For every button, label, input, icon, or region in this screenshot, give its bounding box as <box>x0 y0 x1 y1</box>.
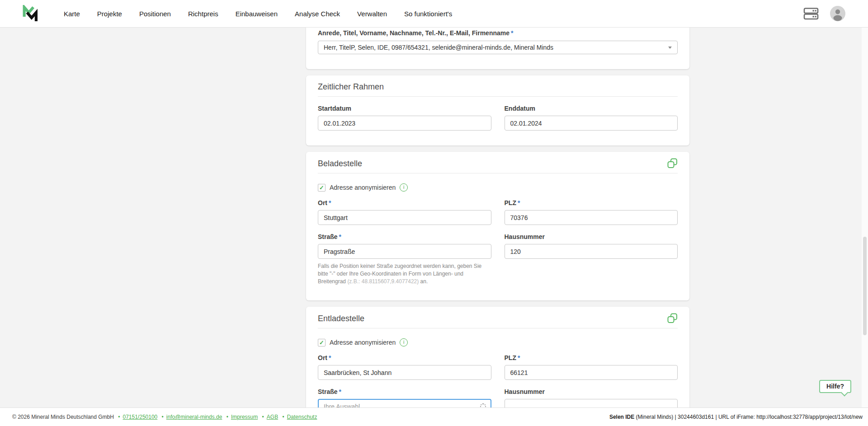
hausnummer-label: Hausnummer <box>505 388 678 395</box>
entladestelle-title: Entladestelle <box>318 314 364 323</box>
anonymize-checkbox[interactable]: ✓ <box>318 339 326 346</box>
required-asterisk: * <box>329 199 331 206</box>
required-asterisk: * <box>339 233 341 240</box>
timeframe-card: Zeitlicher Rahmen Startdatum Enddatum <box>306 75 689 145</box>
startdatum-input[interactable] <box>318 116 491 131</box>
footer-link-datenschutz[interactable]: Datenschutz <box>287 414 317 420</box>
ort-label: Ort* <box>318 354 491 361</box>
footer-link-phone[interactable]: 07151/250100 <box>123 414 158 420</box>
footer-link-impressum[interactable]: Impressum <box>231 414 258 420</box>
entladestelle-card: Entladestelle ✓ Adresse anonymisieren i … <box>306 307 689 407</box>
required-asterisk: * <box>518 354 520 361</box>
geo-hint-text: Falls die Position keiner Straße zugeord… <box>318 262 491 286</box>
required-asterisk: * <box>511 29 513 37</box>
plz-label: PLZ* <box>505 354 678 361</box>
enddatum-label: Enddatum <box>505 105 678 112</box>
hausnummer-label: Hausnummer <box>505 233 678 240</box>
scrollbar-thumb[interactable] <box>863 237 867 336</box>
beladestelle-hausnummer-input[interactable] <box>505 244 678 259</box>
footer-link-email[interactable]: info@mineral-minds.de <box>166 414 222 420</box>
required-asterisk: * <box>518 199 520 206</box>
nav-item-analyse-check[interactable]: Analyse Check <box>295 10 340 18</box>
info-icon[interactable]: i <box>400 338 408 346</box>
nav-item-positionen[interactable]: Positionen <box>139 10 171 18</box>
strasse-label: Straße* <box>318 388 491 395</box>
nav-item-richtpreis[interactable]: Richtpreis <box>188 10 218 18</box>
page-footer: © 2026 Mineral Minds Deutschland GmbH •0… <box>0 407 868 426</box>
required-asterisk: * <box>339 388 341 395</box>
footer-debug-info: Selen IDE (Mineral Minds) | 30244603d161… <box>609 414 863 420</box>
vertical-scrollbar[interactable] <box>862 28 868 407</box>
form-scroll-area: Anrede, Titel, Vorname, Nachname, Tel.-N… <box>0 28 868 407</box>
nav-item-verwalten[interactable]: Verwalten <box>357 10 387 18</box>
strasse-label: Straße* <box>318 233 491 240</box>
beladestelle-title: Beladestelle <box>318 159 362 169</box>
entladestelle-plz-input[interactable] <box>505 365 678 380</box>
main-menu: Karte Projekte Positionen Richtpreis Ein… <box>64 10 452 18</box>
anonymize-label: Adresse anonymisieren <box>330 339 396 346</box>
beladestelle-ort-input[interactable] <box>318 210 491 225</box>
enddatum-input[interactable] <box>505 116 678 131</box>
copy-icon[interactable] <box>667 158 678 169</box>
nav-item-so-funktionierts[interactable]: So funktioniert's <box>404 10 452 18</box>
ort-label: Ort* <box>318 199 491 206</box>
entladestelle-hausnummer-input[interactable] <box>505 399 678 407</box>
section-divider <box>318 173 678 173</box>
timeframe-title: Zeitlicher Rahmen <box>318 82 384 92</box>
nav-item-projekte[interactable]: Projekte <box>97 10 122 18</box>
mineral-minds-logo-icon[interactable] <box>22 5 38 22</box>
help-button[interactable]: Hilfe? <box>819 380 851 393</box>
entladestelle-strasse-input[interactable] <box>318 399 491 407</box>
footer-legal: © 2026 Mineral Minds Deutschland GmbH •0… <box>12 414 317 420</box>
entladestelle-ort-input[interactable] <box>318 365 491 380</box>
beladestelle-plz-input[interactable] <box>505 210 678 225</box>
anonymize-label: Adresse anonymisieren <box>330 184 396 191</box>
required-asterisk: * <box>329 354 331 361</box>
contact-select[interactable]: Herr, TitelP, Selen, IDE, 0987/654321, s… <box>318 41 678 54</box>
beladestelle-card: Beladestelle ✓ Adresse anonymisieren i O… <box>306 152 689 300</box>
nav-item-karte[interactable]: Karte <box>64 10 80 18</box>
contact-label: Anrede, Titel, Vorname, Nachname, Tel.-N… <box>318 29 678 37</box>
info-icon[interactable]: i <box>400 183 408 192</box>
chevron-down-icon <box>668 47 672 49</box>
copy-icon[interactable] <box>667 313 678 323</box>
contact-card: Anrede, Titel, Vorname, Nachname, Tel.-N… <box>306 28 689 69</box>
nav-item-einbauweisen[interactable]: Einbauweisen <box>236 10 278 18</box>
section-divider <box>318 96 678 97</box>
loading-spinner-icon <box>480 403 486 407</box>
top-navigation: Karte Projekte Positionen Richtpreis Ein… <box>0 0 868 28</box>
beladestelle-strasse-input[interactable] <box>318 244 491 259</box>
anonymize-checkbox[interactable]: ✓ <box>318 184 326 192</box>
startdatum-label: Startdatum <box>318 105 491 112</box>
user-avatar[interactable] <box>830 6 845 21</box>
server-rack-icon[interactable] <box>803 5 819 22</box>
footer-link-agb[interactable]: AGB <box>267 414 278 420</box>
section-divider <box>318 328 678 328</box>
copyright-text: © 2026 Mineral Minds Deutschland GmbH <box>12 414 114 420</box>
plz-label: PLZ* <box>505 199 678 206</box>
